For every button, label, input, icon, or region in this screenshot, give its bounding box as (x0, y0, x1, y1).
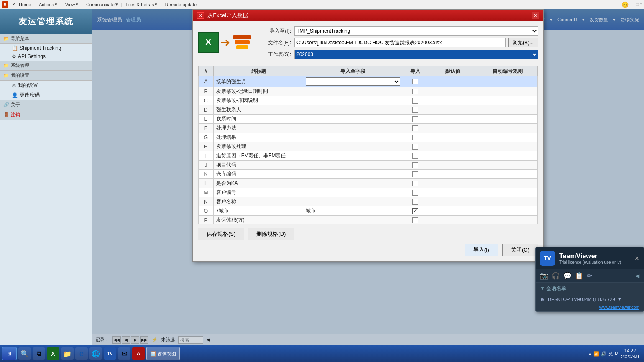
import-button[interactable]: 导入(I) (465, 244, 498, 256)
taskbar-ie[interactable]: e (75, 347, 88, 360)
row-checkbox-cell (403, 76, 428, 87)
taskbar-teamviewer[interactable]: TV (104, 347, 116, 360)
taskbar-mail[interactable]: ✉ (118, 347, 130, 360)
delete-template-button[interactable]: 删除规格(D) (248, 228, 294, 240)
nav-section-title: 📂 导航菜单 (0, 34, 92, 44)
mapping-table-container: # 列标题 导入至字段 导入 默认值 自动编号规则 (198, 66, 538, 224)
row-label: 发票修改处理 (213, 142, 303, 151)
file-name-label: 文件名(F): (258, 39, 291, 46)
row-checkbox-cell (403, 96, 428, 105)
taskbar-chrome[interactable]: 🌐 (89, 347, 102, 360)
row-letter: A (199, 76, 214, 87)
tv-session-item: 🖥 DESKTOP-1VH034M (1 836 729 ▾ (536, 295, 644, 303)
row-autorule (478, 216, 537, 225)
table-scroll[interactable]: # 列标题 导入至字段 导入 默认值 自动编号规则 (198, 66, 538, 224)
tv-website-link[interactable]: www.teamviewer.com (536, 303, 644, 311)
row-default (428, 115, 478, 124)
tv-close-button[interactable]: ✕ (634, 255, 639, 262)
import-checkbox-n[interactable] (412, 199, 418, 205)
system-mgmt-section[interactable]: 📁 系统管理 (0, 61, 92, 71)
import-checkbox-g[interactable] (412, 135, 418, 140)
row-default (428, 142, 478, 151)
row-field (303, 115, 403, 124)
table-body: A 接单的强生月 (199, 76, 538, 225)
row-letter: N (199, 197, 214, 206)
import-checkbox-c[interactable] (412, 98, 418, 104)
row-default (428, 87, 478, 96)
import-checkbox-h[interactable] (412, 144, 418, 150)
my-settings-section[interactable]: 📁 我的设置 (0, 71, 92, 81)
th-import-field: 导入至字段 (303, 66, 403, 76)
tv-headset-btn[interactable]: 🎧 (552, 272, 560, 280)
import-checkbox-i[interactable] (412, 153, 418, 159)
row-checkbox-cell (403, 142, 428, 151)
row-field (303, 76, 403, 87)
clock[interactable]: 14:22 2020/4/9 (621, 348, 639, 360)
start-button[interactable]: ⊞ (2, 347, 17, 360)
sidebar-item-change-password[interactable]: 👤 更改密码 (0, 90, 92, 100)
taskbar-excel[interactable]: X (47, 347, 59, 360)
import-checkbox-b[interactable] (412, 89, 418, 94)
clock-time: 14:22 (621, 348, 639, 354)
tv-video-btn[interactable]: 📷 (540, 272, 548, 280)
row-checkbox-cell (403, 188, 428, 197)
taskbar-filemanager[interactable]: 📁 (61, 347, 74, 360)
browse-button[interactable]: 浏览(B)... (508, 38, 538, 47)
tray-arrow[interactable]: ∧ (588, 351, 592, 357)
import-checkbox-a[interactable] (412, 79, 418, 84)
row-default (428, 197, 478, 206)
tv-settings-btn[interactable]: ✏ (587, 272, 592, 280)
table-row: A 接单的强生月 (199, 76, 538, 87)
import-checkbox-l[interactable] (412, 181, 418, 186)
import-checkbox-o[interactable] (412, 208, 418, 214)
logout-icon: 🚪 (3, 112, 9, 117)
import-checkbox-p[interactable] (412, 217, 418, 223)
import-checkbox-j[interactable] (412, 162, 418, 168)
taskbar-taskview[interactable]: ⧉ (33, 347, 45, 360)
tray-network: 📶 (593, 351, 599, 357)
communicate-menu[interactable]: Communicate ▾ (86, 2, 118, 7)
close-btn-top[interactable]: ✕ (12, 2, 15, 7)
tv-expand-btn[interactable]: ◀ (636, 273, 639, 279)
import-checkbox-k[interactable] (412, 171, 418, 177)
tv-logo: TV (540, 251, 555, 266)
row-field (303, 151, 403, 161)
session-dropdown-icon[interactable]: ▾ (618, 296, 621, 302)
row-checkbox-cell (403, 115, 428, 124)
view-menu[interactable]: View ▾ (65, 2, 79, 7)
taskbar-search[interactable]: 🔍 (18, 347, 31, 360)
worksheet-select[interactable]: 202003 (294, 50, 538, 59)
sidebar-item-shipment-tracking[interactable]: 📋 Shipment Tracking (0, 44, 92, 52)
db-icon (232, 32, 253, 53)
import-checkbox-e[interactable] (412, 116, 418, 122)
sidebar-item-api-settings[interactable]: ⚙ API Settings (0, 52, 92, 61)
th-column-title: 列标题 (213, 66, 303, 76)
row-letter: C (199, 96, 214, 105)
row-autorule (478, 161, 537, 170)
files-extras-menu[interactable]: Files & Extras ▾ (125, 2, 157, 7)
import-checkbox-f[interactable] (412, 125, 418, 131)
save-template-button[interactable]: 保存规格(S) (198, 228, 244, 240)
row-default (428, 151, 478, 161)
import-checkbox-m[interactable] (412, 190, 418, 196)
field-select-a[interactable] (306, 77, 400, 86)
taskbar-app-floor[interactable]: 🪟 窗体视图 (146, 347, 180, 360)
row-autorule (478, 96, 537, 105)
home-menu[interactable]: Home (19, 2, 31, 7)
taskbar-access[interactable]: A (132, 347, 145, 360)
file-name-input[interactable] (294, 38, 506, 47)
logout-section[interactable]: 🚪 注销 (0, 110, 92, 120)
import-to-select[interactable]: TMP_ShipmentTracking (294, 26, 538, 36)
row-label: 客户名称 (213, 197, 303, 206)
row-checkbox-cell (403, 170, 428, 179)
remote-update-menu[interactable]: Remote update (165, 2, 197, 7)
row-letter: E (199, 115, 214, 124)
close-dialog-button[interactable]: 关闭(C) (502, 244, 538, 256)
dialog-close-button[interactable]: ✕ (532, 12, 539, 19)
about-section[interactable]: 🔗 关于 (0, 100, 92, 110)
sidebar-item-my-settings[interactable]: ⚙ 我的设置 (0, 81, 92, 90)
actions-menu[interactable]: Actions ▾ (39, 2, 57, 7)
tv-clipboard-btn[interactable]: 📋 (575, 272, 583, 280)
tv-chat-btn[interactable]: 💬 (563, 272, 572, 280)
import-checkbox-d[interactable] (412, 107, 418, 113)
